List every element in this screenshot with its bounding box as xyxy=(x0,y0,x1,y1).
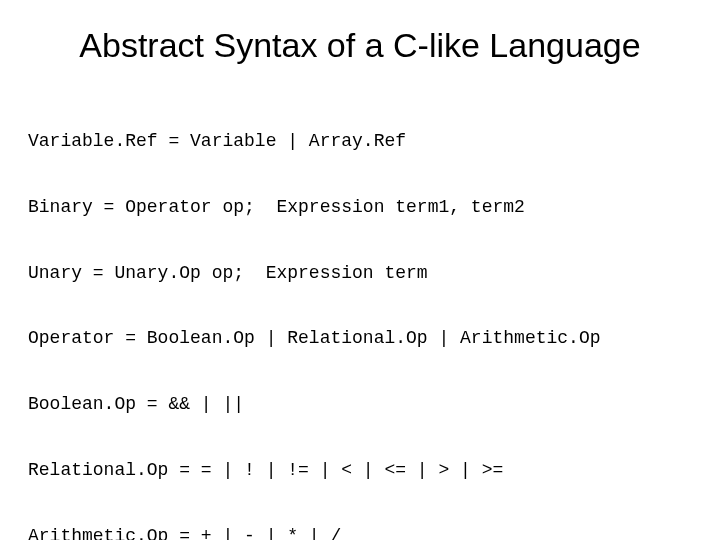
grammar-line: Relational.Op = = | ! | != | < | <= | > … xyxy=(28,460,692,482)
grammar-line: Operator = Boolean.Op | Relational.Op | … xyxy=(28,328,692,350)
grammar-block: Variable.Ref = Variable | Array.Ref Bina… xyxy=(28,87,692,540)
grammar-line: Variable.Ref = Variable | Array.Ref xyxy=(28,131,692,153)
grammar-line: Boolean.Op = && | || xyxy=(28,394,692,416)
grammar-line: Binary = Operator op; Expression term1, … xyxy=(28,197,692,219)
slide: Abstract Syntax of a C-like Language Var… xyxy=(0,0,720,540)
grammar-line: Unary = Unary.Op op; Expression term xyxy=(28,263,692,285)
page-title: Abstract Syntax of a C-like Language xyxy=(28,26,692,65)
grammar-line: Arithmetic.Op = + | - | * | / xyxy=(28,526,692,540)
